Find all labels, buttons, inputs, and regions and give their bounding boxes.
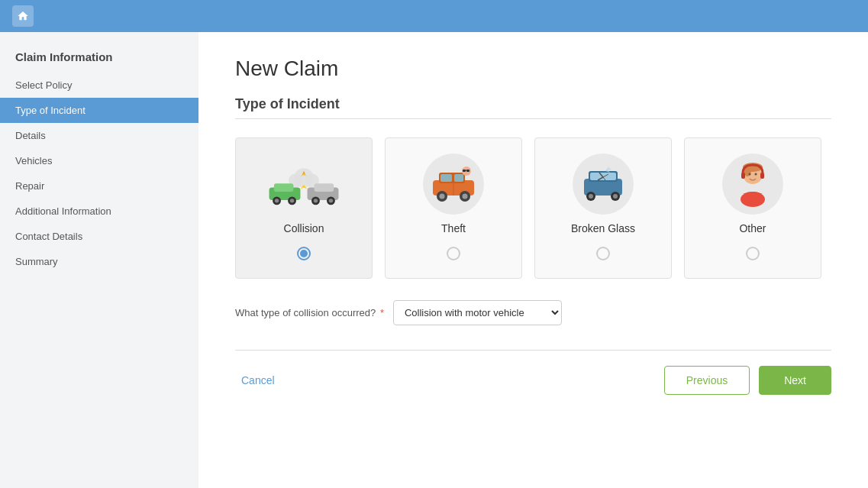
svg-point-10 [290, 199, 294, 202]
other-svg [726, 157, 779, 211]
incident-card-broken-glass[interactable]: Broken Glass [534, 137, 672, 279]
other-label: Other [739, 222, 766, 234]
svg-point-44 [755, 173, 757, 176]
broken-glass-svg [576, 157, 630, 211]
svg-point-26 [463, 194, 468, 199]
svg-point-37 [613, 194, 618, 199]
actions-bar: Cancel Previous Next [235, 366, 831, 395]
sidebar-item-summary[interactable]: Summary [0, 249, 198, 274]
other-icon [715, 154, 791, 215]
theft-label: Theft [441, 222, 466, 234]
broken-glass-label: Broken Glass [571, 222, 635, 234]
svg-point-24 [440, 194, 445, 199]
svg-rect-45 [741, 173, 745, 179]
collision-type-select[interactable]: Collision with motor vehicle Collision w… [393, 300, 562, 325]
sidebar-title: Claim Information [0, 44, 198, 73]
svg-rect-12 [315, 183, 334, 192]
content-area: New Claim Type of Incident [198, 32, 868, 488]
collision-question-label: What type of collision occurred? * [235, 307, 384, 318]
other-circle [722, 154, 783, 215]
svg-point-16 [329, 199, 333, 202]
svg-point-43 [749, 173, 751, 176]
section-title: Type of Incident [235, 96, 831, 112]
broken-glass-radio[interactable] [596, 247, 610, 260]
sidebar-item-details[interactable]: Details [0, 123, 198, 148]
section-divider [235, 118, 831, 119]
sidebar-item-vehicles[interactable]: Vehicles [0, 148, 198, 173]
sidebar-item-contact-details[interactable]: Contact Details [0, 224, 198, 249]
svg-rect-6 [274, 183, 293, 192]
main-layout: Claim Information Select Policy Type of … [0, 32, 868, 488]
home-icon [17, 10, 29, 22]
theft-icon [415, 154, 492, 215]
collision-label: Collision [284, 222, 324, 234]
other-radio[interactable] [746, 247, 760, 260]
sidebar-item-additional-information[interactable]: Additional Information [0, 199, 198, 224]
theft-circle [423, 154, 484, 215]
cancel-button[interactable]: Cancel [235, 371, 281, 389]
sidebar: Claim Information Select Policy Type of … [0, 32, 198, 488]
collision-question: What type of collision occurred? * Colli… [235, 300, 831, 325]
next-button[interactable]: Next [759, 366, 831, 395]
svg-rect-28 [463, 170, 466, 172]
svg-point-35 [589, 194, 593, 199]
theft-radio[interactable] [447, 247, 460, 260]
broken-glass-icon [565, 154, 641, 215]
svg-point-14 [314, 199, 318, 202]
svg-rect-20 [440, 174, 452, 182]
svg-rect-29 [466, 170, 469, 172]
collision-svg [266, 156, 342, 213]
required-star: * [377, 307, 384, 318]
collision-radio[interactable] [297, 247, 311, 260]
svg-point-8 [275, 199, 279, 202]
previous-button[interactable]: Previous [664, 366, 750, 395]
brokenglass-circle [573, 154, 634, 215]
bottom-divider [235, 350, 831, 351]
sidebar-item-type-of-incident[interactable]: Type of Incident [0, 98, 198, 123]
sidebar-item-select-policy[interactable]: Select Policy [0, 73, 198, 98]
collision-icon [266, 154, 342, 215]
topbar [0, 0, 868, 32]
theft-svg [427, 157, 480, 211]
incident-card-other[interactable]: Other [684, 137, 821, 279]
incident-card-collision[interactable]: Collision [235, 137, 373, 279]
incident-cards: Collision [235, 137, 831, 279]
svg-rect-21 [454, 174, 463, 182]
incident-card-theft[interactable]: Theft [385, 137, 522, 279]
home-button[interactable] [12, 5, 34, 27]
sidebar-item-repair[interactable]: Repair [0, 173, 198, 199]
page-title: New Claim [235, 57, 831, 81]
svg-rect-46 [760, 173, 764, 179]
